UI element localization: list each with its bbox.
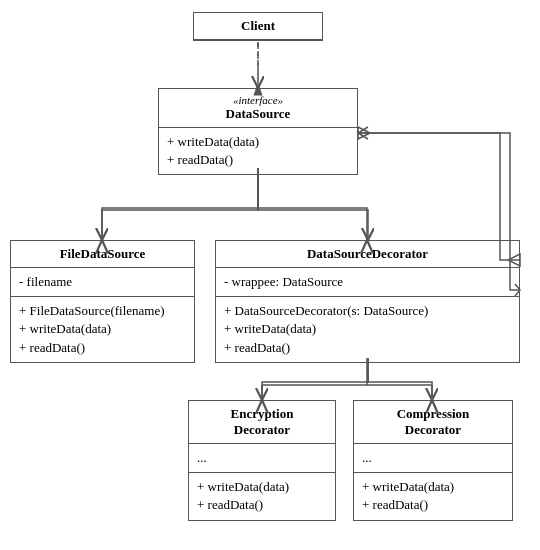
- filedatasource-box: FileDataSource - filename + FileDataSour…: [10, 240, 195, 363]
- datasourcedecorator-method-1: + DataSourceDecorator(s: DataSource): [224, 302, 511, 320]
- datasourcedecorator-name: DataSourceDecorator: [307, 246, 428, 261]
- compressiondecorator-placeholder: ...: [354, 444, 512, 473]
- datasourcedecorator-method-3: + readData(): [224, 339, 511, 357]
- filedatasource-header: FileDataSource: [11, 241, 194, 268]
- filedatasource-method-1: + FileDataSource(filename): [19, 302, 186, 320]
- encryptiondecorator-method-1: + writeData(data): [197, 478, 327, 496]
- datasourcedecorator-attrs: - wrappee: DataSource: [216, 268, 519, 297]
- datasourcedecorator-method-2: + writeData(data): [224, 320, 511, 338]
- encryptiondecorator-header: EncryptionDecorator: [189, 401, 335, 444]
- filedatasource-attr-1: - filename: [19, 273, 186, 291]
- client-name: Client: [241, 18, 275, 33]
- client-header: Client: [194, 13, 322, 40]
- datasource-header: «interface» DataSource: [159, 89, 357, 128]
- datasource-name: DataSource: [167, 106, 349, 122]
- datasource-method-2: + readData(): [167, 151, 349, 169]
- client-box: Client: [193, 12, 323, 41]
- encryptiondecorator-box: EncryptionDecorator ... + writeData(data…: [188, 400, 336, 521]
- compressiondecorator-name: CompressionDecorator: [397, 406, 470, 437]
- datasourcedecorator-header: DataSourceDecorator: [216, 241, 519, 268]
- filedatasource-methods: + FileDataSource(filename) + writeData(d…: [11, 297, 194, 362]
- compressiondecorator-dots: ...: [362, 449, 504, 467]
- datasource-stereotype: «interface»: [167, 94, 349, 106]
- datasource-method-1: + writeData(data): [167, 133, 349, 151]
- compressiondecorator-method-1: + writeData(data): [362, 478, 504, 496]
- encryptiondecorator-dots: ...: [197, 449, 327, 467]
- datasourcedecorator-box: DataSourceDecorator - wrappee: DataSourc…: [215, 240, 520, 363]
- encryptiondecorator-methods: + writeData(data) + readData(): [189, 473, 335, 519]
- filedatasource-attrs: - filename: [11, 268, 194, 297]
- filedatasource-method-2: + writeData(data): [19, 320, 186, 338]
- diagram: Client «interface» DataSource + writeDat…: [0, 0, 540, 550]
- compressiondecorator-box: CompressionDecorator ... + writeData(dat…: [353, 400, 513, 521]
- datasourcedecorator-methods: + DataSourceDecorator(s: DataSource) + w…: [216, 297, 519, 362]
- filedatasource-method-3: + readData(): [19, 339, 186, 357]
- compressiondecorator-methods: + writeData(data) + readData(): [354, 473, 512, 519]
- filedatasource-name: FileDataSource: [60, 246, 146, 261]
- compressiondecorator-method-2: + readData(): [362, 496, 504, 514]
- datasourcedecorator-attr-1: - wrappee: DataSource: [224, 273, 511, 291]
- encryptiondecorator-name: EncryptionDecorator: [231, 406, 294, 437]
- encryptiondecorator-method-2: + readData(): [197, 496, 327, 514]
- datasource-methods: + writeData(data) + readData(): [159, 128, 357, 174]
- compressiondecorator-header: CompressionDecorator: [354, 401, 512, 444]
- datasource-box: «interface» DataSource + writeData(data)…: [158, 88, 358, 175]
- encryptiondecorator-placeholder: ...: [189, 444, 335, 473]
